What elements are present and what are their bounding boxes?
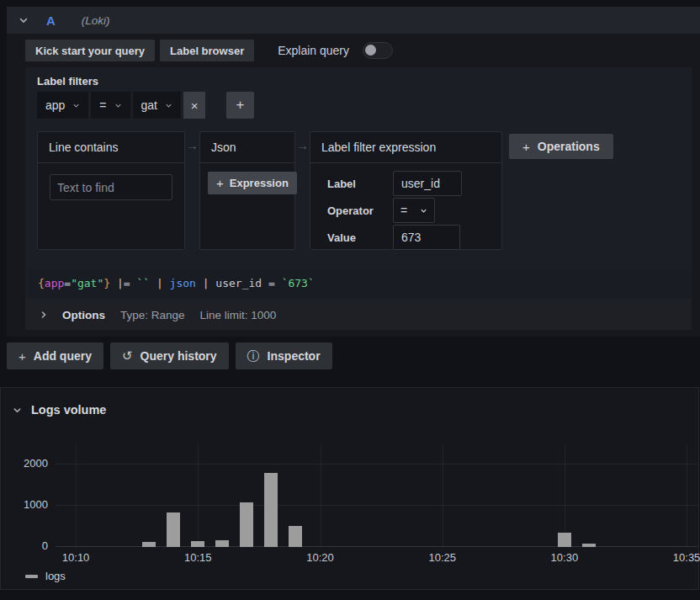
x-tick-label: 10:20	[306, 551, 334, 564]
label-filter-value-select[interactable]: gat	[133, 92, 181, 119]
logs-volume-bar[interactable]	[215, 540, 229, 547]
lfe-value-label: Value	[327, 231, 393, 244]
logs-series-marker	[25, 575, 38, 578]
options-label: Options	[62, 309, 105, 321]
chevron-right-icon	[40, 311, 48, 319]
plus-icon: +	[216, 176, 224, 190]
chevron-down-icon	[165, 102, 172, 109]
collapse-query-row-icon[interactable]	[19, 15, 29, 25]
logs-series-label[interactable]: logs	[45, 570, 66, 582]
v-gridline	[198, 444, 199, 547]
remove-label-filter-button[interactable]: ×	[183, 92, 205, 119]
operation-label-filter-expression: Label filter expression Label Operator =…	[310, 131, 502, 250]
x-tick-label: 10:35	[673, 551, 700, 564]
operation-json-title[interactable]: Json	[200, 132, 294, 163]
label-filters-title: Label filters	[37, 75, 98, 88]
h-gridline	[56, 464, 697, 465]
x-axis: 10:1010:1510:2010:2510:3010:35	[56, 551, 697, 565]
toggle-knob	[365, 45, 376, 56]
query-row: A (Loki) Kick start your query Label bro…	[7, 7, 700, 337]
query-history-button[interactable]: ↺ Query history	[110, 342, 229, 369]
query-row-header[interactable]: A (Loki)	[7, 7, 700, 34]
logs-volume-bar[interactable]	[142, 542, 156, 547]
x-tick-label: 10:15	[184, 551, 212, 564]
operation-label-filter-expression-title[interactable]: Label filter expression	[310, 132, 501, 163]
logs-volume-bar[interactable]	[558, 533, 571, 547]
chart-legend: logs	[25, 570, 66, 582]
y-tick-label: 0	[42, 539, 48, 552]
options-type: Type: Range	[120, 309, 185, 321]
logs-volume-bar[interactable]	[582, 544, 596, 547]
options-line-limit: Line limit: 1000	[200, 309, 277, 321]
x-tick-label: 10:25	[428, 551, 456, 564]
chevron-down-icon	[420, 204, 427, 217]
explore-actions: + Add query ↺ Query history ⓘ Inspector	[7, 342, 332, 369]
pipeline-arrow-icon: →	[295, 138, 310, 152]
query-builder: Label filters app = gat	[25, 67, 692, 300]
x-tick-label: 10:10	[62, 551, 90, 564]
chevron-down-icon	[114, 102, 122, 109]
y-tick-label: 1000	[24, 498, 48, 511]
info-circle-icon: ⓘ	[247, 348, 260, 364]
lfe-operator-select[interactable]: =	[393, 198, 435, 223]
explain-query-label: Explain query	[278, 44, 349, 57]
logs-volume-panel: Logs volume 010002000 10:1010:1510:2010:…	[0, 387, 699, 590]
v-gridline	[76, 444, 77, 547]
label-filter-value-value: gat	[141, 98, 157, 112]
inspector-button[interactable]: ⓘ Inspector	[236, 342, 332, 369]
lfe-label-label: Label	[327, 178, 393, 190]
add-expression-button[interactable]: + Expression	[208, 172, 297, 194]
operation-json: Json + Expression	[199, 131, 295, 250]
explain-query-toggle[interactable]	[363, 42, 393, 59]
query-ref-id: A	[46, 13, 56, 28]
lfe-label-input[interactable]	[393, 171, 462, 196]
explore-view: A (Loki) Kick start your query Label bro…	[0, 0, 700, 600]
lfe-value-input[interactable]	[393, 225, 460, 250]
line-contains-input[interactable]	[50, 174, 172, 200]
operation-line-contains-title[interactable]: Line contains	[38, 132, 184, 163]
v-gridline	[321, 444, 321, 547]
logs-volume-bar[interactable]	[191, 541, 204, 547]
y-tick-label: 2000	[24, 457, 48, 470]
v-gridline	[687, 444, 687, 547]
label-filter-operator-select[interactable]: =	[91, 92, 130, 119]
kick-start-query-button[interactable]: Kick start your query	[25, 40, 155, 61]
label-browser-button[interactable]: Label browser	[160, 40, 254, 61]
options-row[interactable]: Options Type: Range Line limit: 1000	[25, 300, 692, 330]
pipeline-arrow-icon: →	[185, 138, 199, 152]
close-icon: ×	[191, 98, 199, 113]
datasource-label: (Loki)	[82, 14, 110, 27]
operation-line-contains: Line contains	[37, 131, 185, 250]
v-gridline	[565, 444, 565, 547]
plus-icon: +	[522, 140, 530, 154]
chevron-down-icon	[72, 102, 80, 109]
label-filter-operator-value: =	[99, 98, 106, 112]
add-operations-button[interactable]: + Operations	[509, 134, 613, 159]
h-gridline	[56, 505, 697, 506]
plus-icon: +	[236, 97, 245, 114]
label-filters-row: app = gat ×	[37, 92, 254, 119]
logs-volume-plot[interactable]	[56, 444, 697, 547]
label-filter-key-value: app	[45, 98, 65, 112]
query-preview: {app="gat"} |= `` | json | user_id = `67…	[28, 268, 692, 298]
lfe-operator-label: Operator	[327, 204, 393, 217]
logs-volume-bar[interactable]	[167, 512, 180, 547]
y-axis: 010002000	[1, 444, 48, 547]
history-icon: ↺	[122, 348, 133, 364]
add-query-button[interactable]: + Add query	[7, 342, 103, 369]
label-filter-key-select[interactable]: app	[37, 92, 88, 119]
logs-volume-bar[interactable]	[289, 526, 302, 547]
v-gridline	[443, 444, 443, 547]
logs-volume-bar[interactable]	[240, 502, 253, 547]
logs-volume-header[interactable]: Logs volume	[13, 403, 106, 417]
add-label-filter-button[interactable]: +	[226, 92, 254, 119]
query-toolbar: Kick start your query Label browser Expl…	[25, 40, 393, 61]
logs-volume-title: Logs volume	[31, 403, 106, 417]
collapse-logs-volume-icon[interactable]	[13, 406, 22, 415]
plus-icon: +	[19, 349, 26, 364]
operations-pipeline: Line contains → Json + Expression	[37, 131, 613, 250]
logs-volume-bar[interactable]	[264, 473, 278, 547]
x-tick-label: 10:30	[551, 551, 579, 564]
